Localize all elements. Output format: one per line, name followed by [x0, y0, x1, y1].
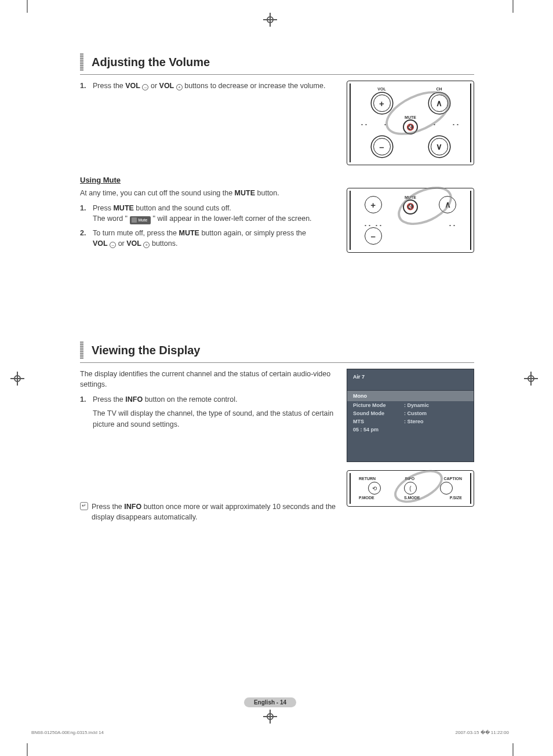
remote-illustration: VOL + CH ∧ ∘∘ ∘ MUTE 🔇	[347, 81, 474, 165]
registration-mark-icon	[265, 15, 275, 24]
bold-text: INFO	[124, 503, 141, 511]
text: Press the	[93, 395, 125, 404]
section-header: Adjusting the Volume	[80, 53, 474, 71]
text: button on the remote control.	[145, 395, 238, 404]
step-item: 1. Press the VOL – or VOL + buttons to d…	[80, 81, 336, 91]
label: CH	[427, 87, 452, 91]
osd-val: : Stereo	[404, 419, 424, 424]
text: " will appear in the lower-left corner o…	[153, 215, 312, 223]
vol-up-icon: +	[373, 94, 391, 112]
footer: BN68-01250A-00Eng-0315.indd 14 2007-03-1…	[28, 730, 512, 735]
osd-time: 05 : 54 pm	[353, 427, 404, 432]
text: buttons to decrease or increase the volu…	[184, 82, 325, 90]
step-item: 1. Press MUTE button and the sound cuts …	[80, 203, 336, 224]
label: MUTE	[403, 195, 418, 199]
text: The word "	[93, 215, 128, 223]
ch-down-icon: ∨	[431, 138, 448, 155]
registration-mark-icon	[265, 712, 275, 721]
plus-icon: +	[143, 242, 150, 248]
ch-up-icon: ∧	[431, 94, 448, 112]
section-body: At any time, you can cut off the sound u…	[80, 188, 336, 255]
label: P.SIZE	[450, 496, 462, 500]
label: P.MODE	[359, 496, 374, 500]
mute-chip: Mute	[130, 216, 151, 224]
text: At any time, you can cut off the sound u…	[80, 189, 235, 197]
remote-illustration: RETURN INFO CAPTION ⟲ ( P.MODE S.MODE P.…	[347, 470, 474, 507]
label: VOL	[370, 87, 394, 91]
info-icon: (	[404, 482, 417, 495]
footer-right: 2007-03-15 �� 11:22:00	[455, 730, 509, 735]
bold-text: MUTE	[235, 189, 255, 197]
registration-mark-icon	[526, 374, 536, 383]
caption-icon	[440, 482, 453, 495]
text: The TV will display the channel, the typ…	[93, 409, 333, 428]
label: MUTE	[403, 115, 418, 119]
note-icon: ↵	[80, 502, 88, 510]
minus-icon: –	[110, 242, 116, 248]
page-badge: English - 14	[244, 697, 296, 707]
section-title: Adjusting the Volume	[92, 56, 210, 69]
vol-down-icon: –	[373, 138, 391, 155]
section-bar-icon	[80, 341, 83, 359]
step-number: 1.	[80, 394, 93, 429]
osd-row: MTS: Stereo	[347, 417, 474, 426]
osd-key: Picture Mode	[353, 402, 404, 408]
remote-illustration: + MUTE 🔇 ∧ ∘∘ ∘∘ – ∘∘ –	[347, 188, 474, 253]
step-number: 1.	[80, 81, 93, 91]
text: Press the	[93, 82, 125, 90]
dots-icon: ∘∘	[361, 122, 369, 128]
vol-up-icon: +	[365, 196, 382, 213]
osd-val: : Custom	[404, 410, 427, 416]
bold-text: VOL	[125, 82, 140, 90]
page: Adjusting the Volume 1. Press the VOL – …	[28, 19, 512, 739]
chip-text: Mute	[139, 217, 148, 223]
osd-mono: Mono	[347, 390, 474, 401]
osd-screenshot: Air 7 Mono Picture Mode: Dynamic Sound M…	[347, 369, 474, 462]
bold-text: MUTE	[113, 204, 133, 212]
section-body: 1. Press the VOL – or VOL + buttons to d…	[80, 81, 336, 165]
text: buttons.	[152, 239, 177, 248]
bold-text: VOL	[93, 239, 108, 248]
text: Press the	[92, 503, 124, 511]
dots-icon: ∘∘	[452, 122, 460, 128]
mute-icon: 🔇	[403, 119, 418, 135]
text: Press	[93, 204, 113, 212]
step-number: 2.	[80, 228, 93, 249]
dots-icon: ∘∘	[449, 223, 457, 228]
section-header: Viewing the Display	[80, 341, 474, 359]
footer-left: BN68-01250A-00Eng-0315.indd 14	[31, 730, 104, 735]
label: INFO	[405, 477, 414, 481]
text: button again, or simply press the	[201, 229, 306, 237]
osd-row: Sound Mode: Custom	[347, 409, 474, 417]
text: or	[151, 82, 159, 90]
speaker-mute-icon	[132, 217, 137, 223]
section-bar-icon	[80, 53, 83, 71]
osd-row: Picture Mode: Dynamic	[347, 401, 474, 409]
ch-up-icon: ∧	[439, 196, 456, 213]
dots-icon: ∘	[384, 122, 388, 128]
label: RETURN	[359, 477, 376, 481]
subheading: Using Mute	[80, 176, 474, 184]
label: S.MODE	[404, 496, 420, 500]
osd-key: MTS	[353, 419, 404, 424]
mute-icon: 🔇	[403, 199, 418, 215]
text: button and the sound cuts off.	[136, 204, 231, 212]
osd-key: Sound Mode	[353, 410, 404, 416]
minus-icon: –	[142, 84, 148, 90]
dots-icon: ∘	[433, 122, 437, 128]
step-item: 2. To turn mute off, press the MUTE butt…	[80, 228, 336, 249]
section-title: Viewing the Display	[92, 344, 200, 357]
section-body: The display identifies the current chann…	[80, 369, 336, 522]
note: ↵ Press the INFO button once more or wai…	[80, 501, 336, 522]
osd-channel: Air 7	[347, 369, 474, 390]
bold-text: INFO	[125, 395, 143, 404]
step-item: 1. Press the INFO button on the remote c…	[80, 394, 336, 429]
step-number: 1.	[80, 203, 93, 224]
divider	[80, 362, 474, 363]
registration-mark-icon	[13, 374, 22, 383]
bold-text: VOL	[159, 82, 174, 90]
bold-text: MUTE	[179, 229, 199, 237]
text: button.	[257, 189, 279, 197]
divider	[80, 74, 474, 75]
osd-val: : Dynamic	[404, 402, 429, 408]
